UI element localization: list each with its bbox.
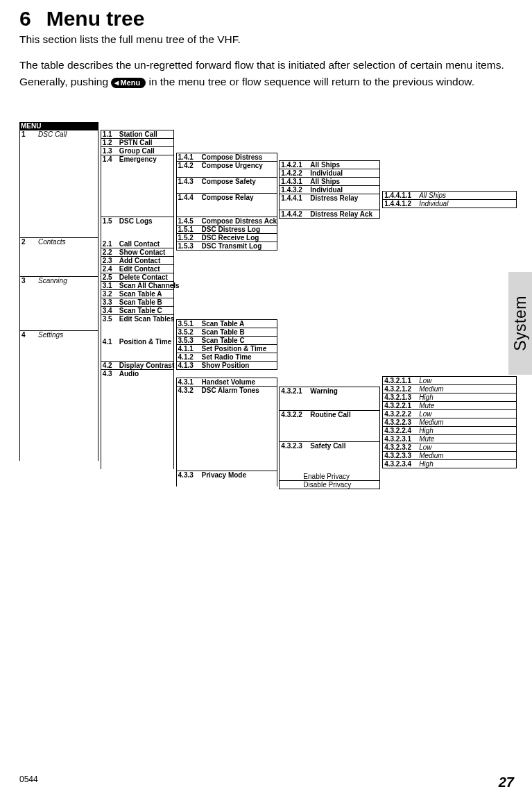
l1-scanning: 3Scanning <box>19 276 98 285</box>
l1-settings: 4Settings <box>19 330 98 339</box>
l2-add-contact: 2.3Add Contact <box>101 256 174 264</box>
l3-scan-table-c: 3.5.3Scan Table C <box>176 336 277 345</box>
section-number: 6 <box>19 7 31 30</box>
l3-dsc-alarm-tones: 4.3.2DSC Alarm Tones <box>176 386 277 394</box>
l4-warning: 4.3.2.1Warning <box>279 387 380 395</box>
l3-receive-log: 1.5.2DSC Receive Log <box>176 233 277 242</box>
section-title-text: Menu tree <box>46 7 145 30</box>
menu-tree-table: MENU 1DSC Call 2Contacts 3Scanning 4Sett… <box>19 122 515 489</box>
l2-delete-contact: 2.5Delete Contact <box>101 273 174 282</box>
l3-compose-urgency: 1.4.2Compose Urgency <box>176 161 277 169</box>
l3-privacy-mode: 4.3.3Privacy Mode <box>176 471 277 479</box>
l4-routine-call: 4.3.2.2Routine Call <box>279 410 380 418</box>
l4-individual-2: 1.4.3.2Individual <box>279 185 380 194</box>
l5-high-2: 4.3.2.2.4High <box>382 426 517 435</box>
l3-scan-table-b: 3.5.2Scan Table B <box>176 328 277 336</box>
l2-position-time: 4.1Position & Time <box>101 338 174 346</box>
l3-transmit-log: 1.5.3DSC Transmit Log <box>176 242 277 251</box>
l2-edit-contact: 2.4Edit Contact <box>101 264 174 273</box>
l5-low-3: 4.3.2.3.2Low <box>382 443 517 451</box>
l5-all-ships: 1.4.4.1.1All Ships <box>382 191 517 199</box>
l4-individual-1: 1.4.2.2Individual <box>279 169 380 178</box>
side-tab-label: System <box>511 296 530 351</box>
footer-code: 0544 <box>19 774 38 784</box>
menu-button-pill: Menu <box>111 78 146 88</box>
l2-display-contrast: 4.2Display Contrast <box>101 361 174 370</box>
l2-scan-c: 3.4Scan Table C <box>101 306 174 314</box>
l2-call-contact: 2.1Call Contact <box>101 240 174 248</box>
section-intro: This section lists the full menu tree of… <box>19 33 515 47</box>
l5-high-1: 4.3.2.1.3High <box>382 393 517 402</box>
l3-handset-volume: 4.3.1Handset Volume <box>176 378 277 386</box>
menu-root: MENU <box>19 122 98 130</box>
l3-show-position: 4.1.3Show Position <box>176 361 277 370</box>
section-description: The table describes the un-regretted for… <box>19 57 515 90</box>
l5-high-3: 4.3.2.3.4High <box>382 459 517 468</box>
l3-compose-distress-ack: 1.4.5Compose Distress Ack <box>176 217 277 226</box>
l4-distress-relay: 1.4.4.1Distress Relay <box>279 194 380 202</box>
l2-dsc-logs: 1.5DSC Logs <box>101 217 174 225</box>
l5-mute-3: 4.3.2.3.1Mute <box>382 435 517 443</box>
l3-compose-distress: 1.4.1Compose Distress <box>176 153 277 161</box>
l4-all-ships-1: 1.4.2.1All Ships <box>279 160 380 169</box>
l3-distress-log: 1.5.1DSC Distress Log <box>176 226 277 233</box>
l2-scan-b: 3.3Scan Table B <box>101 298 174 306</box>
l3-compose-relay: 1.4.4Compose Relay <box>176 193 277 201</box>
l4-all-ships-2: 1.4.3.1All Ships <box>279 178 380 185</box>
l2-pstn-call: 1.2PSTN Call <box>101 138 174 146</box>
l2-scan-a: 3.2Scan Table A <box>101 289 174 298</box>
l2-edit-scan: 3.5Edit Scan Tables <box>101 314 174 323</box>
side-tab-system: System <box>508 272 532 375</box>
l5-low-1: 4.3.2.1.1Low <box>382 376 517 384</box>
l3-set-radio-time: 4.1.2Set Radio Time <box>176 353 277 361</box>
l2-group-call: 1.3Group Call <box>101 146 174 155</box>
l1-contacts: 2Contacts <box>19 237 98 246</box>
l2-emergency: 1.4Emergency <box>101 155 174 163</box>
l3-compose-safety: 1.4.3Compose Safety <box>176 177 277 185</box>
l5-low-2: 4.3.2.2.2Low <box>382 409 517 418</box>
l4-disable-privacy: Disable Privacy <box>279 480 380 489</box>
l5-medium-1: 4.3.2.1.2Medium <box>382 384 517 393</box>
l5-mute-2: 4.3.2.2.1Mute <box>382 402 517 409</box>
l2-audio: 4.3Audio <box>101 370 174 378</box>
l5-individual: 1.4.4.1.2Individual <box>382 199 517 208</box>
l2-show-contact: 2.2Show Contact <box>101 248 174 256</box>
page-number: 27 <box>499 774 514 790</box>
l2-scan-all: 3.1Scan All Channels <box>101 282 174 289</box>
l3-set-pos-time: 4.1.1Set Position & Time <box>176 345 277 353</box>
l4-safety-call: 4.3.2.3Safety Call <box>279 441 380 450</box>
l5-medium-2: 4.3.2.2.3Medium <box>382 418 517 426</box>
l4-distress-relay-ack: 1.4.4.2Distress Relay Ack <box>279 210 380 219</box>
section-heading: 6Menu tree <box>19 7 515 30</box>
desc-part2: in the menu tree or flow sequence will r… <box>146 76 474 87</box>
l4-enable-privacy: Enable Privacy <box>279 473 380 480</box>
l2-station-call: 1.1Station Call <box>101 130 174 138</box>
l5-medium-3: 4.3.2.3.3Medium <box>382 451 517 459</box>
l3-scan-table-a: 3.5.1Scan Table A <box>176 319 277 328</box>
l1-dsc-call: 1DSC Call <box>19 130 98 138</box>
